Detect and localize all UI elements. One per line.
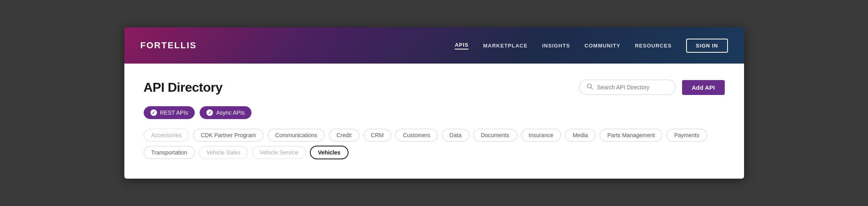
check-icon bbox=[151, 109, 157, 116]
svg-line-1 bbox=[591, 88, 592, 89]
category-tag-transportation[interactable]: Transportation bbox=[144, 146, 195, 159]
nav-item-resources[interactable]: RESOURCES bbox=[635, 43, 672, 49]
check-icon bbox=[206, 109, 213, 116]
category-tag-insurance[interactable]: Insurance bbox=[521, 129, 561, 142]
nav-item-apis[interactable]: APIS bbox=[455, 42, 468, 49]
filter-label: REST APIs bbox=[160, 109, 188, 116]
category-tag-accessories[interactable]: Accessories bbox=[144, 129, 189, 142]
filter-pill-async-apis[interactable]: Async APIs bbox=[200, 106, 252, 119]
content-header: API Directory Add API bbox=[144, 80, 725, 95]
add-api-button[interactable]: Add API bbox=[682, 80, 725, 95]
category-tag-vehicle-service[interactable]: Vehicle Service bbox=[252, 146, 306, 159]
logo: FORTELLIS bbox=[140, 40, 197, 51]
header: FORTELLIS APISMARKETPLACEINSIGHTSCOMMUNI… bbox=[124, 27, 744, 64]
page-title: API Directory bbox=[144, 80, 223, 95]
category-tag-customers[interactable]: Customers bbox=[395, 129, 438, 142]
categories-section: AccessoriesCDK Partner ProgramCommunicat… bbox=[144, 129, 725, 159]
search-box[interactable] bbox=[579, 80, 676, 95]
filter-pill-rest-apis[interactable]: REST APIs bbox=[144, 106, 195, 119]
category-tag-cdk-partner-program[interactable]: CDK Partner Program bbox=[193, 129, 264, 142]
category-tag-payments[interactable]: Payments bbox=[666, 129, 707, 142]
header-right: Add API bbox=[579, 80, 725, 95]
category-tag-vehicle-sales[interactable]: Vehicle Sales bbox=[199, 146, 248, 159]
category-tag-data[interactable]: Data bbox=[442, 129, 469, 142]
search-icon bbox=[587, 83, 593, 91]
sign-in-button[interactable]: SIGN IN bbox=[686, 39, 728, 53]
nav-item-insights[interactable]: INSIGHTS bbox=[542, 43, 570, 49]
app-container: FORTELLIS APISMARKETPLACEINSIGHTSCOMMUNI… bbox=[124, 27, 744, 179]
category-tag-media[interactable]: Media bbox=[565, 129, 596, 142]
category-tag-crm[interactable]: CRM bbox=[363, 129, 392, 142]
category-tag-vehicles[interactable]: Vehicles bbox=[310, 146, 348, 159]
filter-section: REST APIsAsync APIs bbox=[144, 106, 725, 119]
main-content: API Directory Add API REST APIsAsync API… bbox=[124, 64, 744, 179]
nav-item-marketplace[interactable]: MARKETPLACE bbox=[483, 43, 528, 49]
nav-item-community[interactable]: COMMUNITY bbox=[585, 43, 621, 49]
nav: APISMARKETPLACEINSIGHTSCOMMUNITYRESOURCE… bbox=[455, 39, 728, 53]
filter-label: Async APIs bbox=[216, 109, 245, 116]
category-tag-communications[interactable]: Communications bbox=[268, 129, 325, 142]
category-tag-credit[interactable]: Credit bbox=[329, 129, 359, 142]
category-tag-parts-management[interactable]: Parts Management bbox=[600, 129, 662, 142]
search-input[interactable] bbox=[597, 84, 668, 91]
category-tag-documents[interactable]: Documents bbox=[473, 129, 517, 142]
